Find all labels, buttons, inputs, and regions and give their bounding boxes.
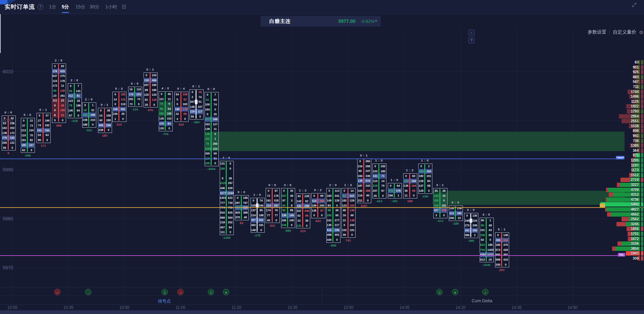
bid-cell: 273 bbox=[464, 223, 470, 228]
bid-cell: 0 bbox=[220, 176, 225, 181]
bid-cell: 185 bbox=[174, 107, 180, 112]
candle-line bbox=[363, 159, 364, 202]
ask-cell: 185 bbox=[487, 242, 493, 248]
ask-cell: 70 bbox=[380, 183, 386, 188]
bid-cell: 0 bbox=[159, 92, 164, 97]
bid-cell: 0 bbox=[495, 233, 501, 238]
ask-cell: 385 bbox=[319, 198, 325, 204]
bid-cell: 238 bbox=[82, 118, 88, 123]
ask-cell: 49 bbox=[349, 213, 355, 218]
expand-icon[interactable]: ⤢ bbox=[632, 2, 636, 8]
candle-line bbox=[378, 164, 379, 197]
triangle-down-icon: ▼ bbox=[225, 291, 228, 295]
bid-cell: 149 bbox=[251, 228, 256, 233]
time-axis-label: 10:50 bbox=[119, 305, 129, 310]
cluster-delta: -395 bbox=[459, 239, 483, 242]
tab-15分[interactable]: 15分 bbox=[75, 4, 86, 10]
bid-cell: 476 bbox=[159, 121, 164, 126]
ask-cell: 0 bbox=[151, 102, 157, 107]
signal-icon-arrow-ne[interactable]: ↗ bbox=[54, 289, 61, 295]
cluster-delta: -806 bbox=[321, 243, 345, 247]
param-settings-button[interactable]: 参数设置 bbox=[588, 29, 606, 35]
bid-cell: 70 bbox=[159, 101, 164, 106]
candle-line bbox=[196, 90, 197, 119]
bid-cell: 115 bbox=[21, 133, 26, 138]
tab-1小时[interactable]: 1小时 bbox=[105, 4, 117, 10]
profile-delta-strip bbox=[641, 246, 643, 251]
bid-cell: 77 bbox=[266, 213, 271, 218]
bid-cell: 172 bbox=[52, 83, 58, 88]
bid-cell: 163 bbox=[2, 126, 7, 131]
ask-cell: 11 bbox=[60, 83, 65, 88]
signal-icon-arrow-ne[interactable]: ↗ bbox=[177, 289, 184, 295]
ask-cell: 165 bbox=[166, 111, 172, 116]
signal-icon-layers[interactable]: ☰ bbox=[208, 289, 214, 295]
candle-line bbox=[43, 114, 44, 142]
custom-volume-price-button[interactable]: 自定义量价 bbox=[613, 29, 636, 35]
tab-30分[interactable]: 30分 bbox=[90, 4, 100, 10]
cluster-ratio-header: 0 : 0 bbox=[444, 201, 467, 204]
ask-cell: 2 bbox=[426, 164, 432, 169]
profile-value: 1125 bbox=[592, 99, 639, 104]
bid-cell: 53 bbox=[37, 133, 42, 138]
signal-icon-triangle-down[interactable]: ▼ bbox=[452, 289, 459, 295]
val-line bbox=[0, 255, 625, 256]
gear-icon[interactable]: ⊙ bbox=[639, 30, 643, 35]
ask-cell: 155 bbox=[380, 164, 386, 169]
bid-cell: 188 bbox=[82, 122, 88, 127]
collapse-button[interactable]: › bbox=[468, 30, 475, 36]
ask-cell: 217 bbox=[334, 223, 340, 228]
bid-cell: 0 bbox=[190, 90, 195, 95]
signal-icon-arrow-down[interactable]: ↓ bbox=[85, 289, 92, 295]
profile-delta-strip bbox=[641, 222, 643, 226]
ask-cell: 203 bbox=[136, 92, 142, 97]
ask-cell: 69 bbox=[182, 111, 188, 117]
bid-cell: 262 bbox=[464, 228, 470, 233]
panel-help-button[interactable]: ? bbox=[468, 37, 475, 44]
bid-cell: 123 bbox=[68, 98, 73, 103]
help-icon[interactable]: ? bbox=[38, 4, 43, 10]
tab-日[interactable]: 日 bbox=[122, 4, 126, 10]
tab-5分[interactable]: 5分 bbox=[62, 4, 69, 10]
ask-cell: 164 bbox=[44, 128, 50, 133]
ask-cell: 38 bbox=[106, 108, 111, 113]
bid-cell: 73 bbox=[128, 102, 134, 107]
signal-icon-triangle-down[interactable]: ▼ bbox=[223, 289, 229, 295]
profile-value: 736 bbox=[592, 139, 639, 143]
signal-icon-layers[interactable]: ☰ bbox=[436, 289, 443, 295]
bid-cell: 18 bbox=[82, 108, 88, 113]
ask-cell: 0 bbox=[90, 122, 96, 127]
ask-cell: 20 bbox=[487, 257, 493, 262]
price-gridline bbox=[0, 170, 625, 170]
cluster-delta: 302 bbox=[261, 224, 284, 227]
ask-cell: 172 bbox=[9, 131, 15, 136]
ask-cell: 88 bbox=[304, 213, 310, 218]
bid-cell: 135 bbox=[159, 116, 164, 121]
ask-cell: 229 bbox=[349, 198, 355, 203]
ask-cell: 52 bbox=[182, 97, 188, 102]
instrument-selector[interactable]: 白糖主连 5977.00 -0.62% ∨ bbox=[261, 16, 381, 27]
ask-cell: 475 bbox=[503, 242, 508, 248]
bottom-scrollbar[interactable] bbox=[0, 310, 644, 314]
ask-cell: 622 bbox=[227, 195, 233, 200]
bid-cell: 832 bbox=[480, 242, 485, 248]
ask-cell: 2 bbox=[472, 233, 478, 238]
bid-cell: 3 bbox=[433, 213, 439, 218]
bid-cell: 67 bbox=[68, 113, 73, 118]
ask-cell: 49 bbox=[166, 92, 172, 97]
tab-1分[interactable]: 1分 bbox=[49, 4, 56, 10]
cluster-ratio-header: 0 : 1 bbox=[352, 154, 376, 157]
time-gridline bbox=[236, 29, 237, 305]
ask-cell: 22 bbox=[29, 118, 34, 123]
signal-icon-layers[interactable]: ☰ bbox=[162, 289, 168, 295]
ask-cell: 1 bbox=[487, 218, 493, 223]
ask-cell: 74 bbox=[197, 95, 203, 100]
bid-cell: 131 bbox=[220, 161, 225, 166]
instrument-name: 白糖主连 bbox=[269, 18, 291, 25]
time-axis-label: 10:35 bbox=[63, 305, 73, 310]
time-axis-label: 10:05 bbox=[7, 305, 17, 310]
bid-cell: 913 bbox=[480, 257, 485, 262]
signal-icon-arrow-ne[interactable]: ↗ bbox=[482, 289, 489, 295]
ask-cell: 376 bbox=[395, 188, 401, 193]
ask-cell: 182 bbox=[9, 135, 15, 140]
